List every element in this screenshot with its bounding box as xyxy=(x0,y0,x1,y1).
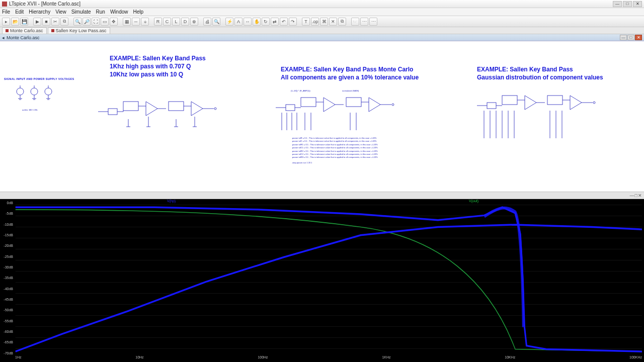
duplicate-icon[interactable]: ⧉ xyxy=(338,18,346,26)
pane-minimize-button[interactable]: — xyxy=(620,35,627,40)
pane-maximize-button[interactable]: □ xyxy=(627,35,634,40)
capacitor-icon[interactable]: C xyxy=(163,18,171,26)
hand-icon[interactable]: ☞ xyxy=(351,18,359,26)
tab-label: Sallen Key Low Pass.asc xyxy=(56,28,107,33)
circuit-example2 xyxy=(276,93,401,133)
menu-simulate[interactable]: Simulate xyxy=(71,9,91,15)
net-icon[interactable]: ⌘ xyxy=(320,18,328,26)
tab-monte-carlo[interactable]: Monte Carlo.asc xyxy=(2,27,47,34)
spice-icon[interactable]: .op xyxy=(311,18,319,26)
menu-window[interactable]: Window xyxy=(110,9,128,15)
plot-minimize-button[interactable]: — xyxy=(630,193,634,198)
legend-trace-out[interactable]: V(out) xyxy=(468,199,479,203)
stop-icon[interactable]: ■ xyxy=(42,18,50,26)
new-icon[interactable]: ▸ xyxy=(2,18,10,26)
y-tick: -20dB xyxy=(1,244,14,247)
legend-trace-hp[interactable]: V(hp) xyxy=(166,199,177,203)
menu-view[interactable]: View xyxy=(55,9,66,15)
maximize-button[interactable]: □ xyxy=(623,1,632,7)
save-icon[interactable]: 💾 xyxy=(20,18,28,26)
circuit-example3 xyxy=(477,90,603,141)
note-line: .step param run 1 20 1 xyxy=(292,161,397,164)
component-icon[interactable]: ⊕ xyxy=(190,18,198,26)
menu-file[interactable]: File xyxy=(2,9,10,15)
y-tick: -55dB xyxy=(1,319,14,323)
waveform-viewer[interactable]: V(hp) V(out) 0dB -5dB -10dB -15dB -20dB … xyxy=(0,199,644,362)
file-icon xyxy=(6,29,9,32)
y-tick: -60dB xyxy=(1,330,14,333)
delete-icon[interactable]: ✕ xyxy=(329,18,337,26)
move-icon[interactable]: ↔ xyxy=(244,18,252,26)
svg-rect-37 xyxy=(286,105,295,111)
diode-icon[interactable]: D xyxy=(181,18,189,26)
menu-help[interactable]: Help xyxy=(133,9,144,15)
x-tick: 1KHz xyxy=(382,355,390,361)
probe-icon[interactable]: ⚡ xyxy=(225,18,233,26)
menu-run[interactable]: Run xyxy=(96,9,105,15)
schematic-canvas[interactable]: SIGNAL INPUT AND POWER SUPPLY VOLTAGES a… xyxy=(0,41,644,192)
ground-icon[interactable]: ⏚ xyxy=(141,18,149,26)
svg-point-31 xyxy=(214,108,216,110)
spice-directives: .param tolR = 0.1 ; This is tolerance va… xyxy=(292,137,397,164)
pane-close-button[interactable]: ✕ xyxy=(635,35,642,40)
zoom-out-icon[interactable]: 🔎 xyxy=(83,18,91,26)
menu-hierarchy[interactable]: Hierarchy xyxy=(29,9,50,15)
active-schematic-tab[interactable]: Monte Carlo.asc xyxy=(7,35,40,40)
plot-legend: V(hp) V(out) xyxy=(15,199,642,204)
plot-svg xyxy=(0,199,644,362)
file-tabs: Monte Carlo.asc Sallen Key Low Pass.asc xyxy=(0,27,644,34)
x-tick: 1Hz xyxy=(15,355,21,361)
svg-point-10 xyxy=(45,88,52,95)
chevron-left-icon[interactable]: ◂ xyxy=(2,35,5,40)
misc1-icon[interactable]: ⋯ xyxy=(360,18,368,26)
svg-rect-39 xyxy=(301,98,316,107)
zoom-in-icon[interactable]: 🔍 xyxy=(73,18,82,26)
plot-tab-label[interactable] xyxy=(2,193,4,198)
undo-icon[interactable]: ↶ xyxy=(280,18,288,26)
rotate-icon[interactable]: ↻ xyxy=(262,18,270,26)
toolbar: ▸ 📂 💾 ▶ ■ ✂ ⧉ 🔍 🔎 ⛶ ▭ ✥ ▦ ─ ⏚ R C L D ⊕ … xyxy=(0,16,644,27)
mirror-icon[interactable]: ⇄ xyxy=(271,18,279,26)
tab-sallen-key[interactable]: Sallen Key Low Pass.asc xyxy=(48,27,110,34)
find-icon[interactable]: 🔍 xyxy=(212,18,220,26)
schematic-tab-bar: ◂ Monte Carlo.asc — □ ✕ xyxy=(0,34,644,41)
svg-point-47 xyxy=(392,104,394,106)
svg-marker-29 xyxy=(191,102,203,116)
zoom-area-icon[interactable]: ▭ xyxy=(101,18,109,26)
menu-edit[interactable]: Edit xyxy=(15,9,24,15)
svg-rect-63 xyxy=(547,96,562,105)
plot-close-button[interactable]: ✕ xyxy=(638,193,642,198)
text-icon[interactable]: T xyxy=(302,18,310,26)
resistor-icon[interactable]: R xyxy=(154,18,162,26)
example1-title: EXAMPLE: Sallen Key Band Pass 1Khz high … xyxy=(110,54,206,79)
y-axis-ticks: 0dB -5dB -10dB -15dB -20dB -25dB -30dB -… xyxy=(1,201,14,355)
wire-icon[interactable]: ─ xyxy=(132,18,140,26)
svg-marker-21 xyxy=(146,102,157,116)
run-icon[interactable]: ▶ xyxy=(33,18,41,26)
x-axis-ticks: 1Hz 10Hz 100Hz 1KHz 10KHz 100KHz xyxy=(15,355,642,361)
copy-icon[interactable]: ⧉ xyxy=(60,18,68,26)
svg-marker-41 xyxy=(324,98,335,112)
svg-marker-45 xyxy=(369,98,380,112)
open-icon[interactable]: 📂 xyxy=(11,18,19,26)
drag-icon[interactable]: ✋ xyxy=(253,18,261,26)
pan-icon[interactable]: ✥ xyxy=(110,18,118,26)
cut-icon[interactable]: ✂ xyxy=(51,18,59,26)
svg-marker-61 xyxy=(525,96,536,110)
misc2-icon[interactable]: ⋯ xyxy=(369,18,377,26)
print-icon[interactable]: 🖨 xyxy=(203,18,211,26)
plot-maximize-button[interactable]: □ xyxy=(635,193,637,198)
x-tick: 100Hz xyxy=(258,355,268,361)
y-tick: -5dB xyxy=(1,212,14,215)
zoom-fit-icon[interactable]: ⛶ xyxy=(92,18,100,26)
y-tick: -10dB xyxy=(1,223,14,226)
grid-icon[interactable]: ▦ xyxy=(123,18,131,26)
minimize-button[interactable]: — xyxy=(613,1,622,7)
redo-icon[interactable]: ↷ xyxy=(289,18,297,26)
inductor-icon[interactable]: L xyxy=(172,18,180,26)
supply-heading: SIGNAL INPUT AND POWER SUPPLY VOLTAGES xyxy=(4,77,74,80)
example3-title: EXAMPLE: Sallen Key Band Pass Gaussian d… xyxy=(477,65,603,81)
supply-sources xyxy=(14,82,59,103)
close-button[interactable]: ✕ xyxy=(633,1,642,7)
label-icon[interactable]: A xyxy=(234,18,243,26)
